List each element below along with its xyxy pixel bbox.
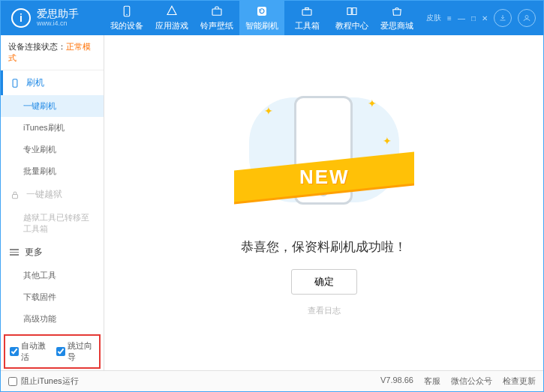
view-log-link[interactable]: 查看日志 [308, 305, 341, 316]
sidebar-more-header[interactable]: 更多 [1, 240, 104, 265]
nav-smart-flash[interactable]: 智能刷机 [239, 1, 284, 35]
briefcase-icon [210, 4, 224, 18]
svg-point-6 [525, 16, 528, 19]
ok-button[interactable]: 确定 [291, 269, 357, 295]
auto-activate-checkbox[interactable]: 自动激活 [10, 340, 49, 363]
svg-rect-8 [13, 194, 18, 198]
brand-url: www.i4.cn [37, 20, 79, 28]
refresh-icon [255, 4, 269, 18]
statusbar: 阻止iTunes运行 V7.98.66 客服 微信公众号 检查更新 [1, 370, 543, 391]
sidebar-item-batch[interactable]: 批量刷机 [1, 160, 104, 182]
sidebar-item-itunes[interactable]: iTunes刷机 [1, 117, 104, 139]
top-nav: 我的设备 应用游戏 铃声壁纸 智能刷机 工具箱 教程中心 [104, 1, 426, 35]
store-icon [390, 4, 404, 18]
check-update-link[interactable]: 检查更新 [503, 376, 536, 387]
book-icon [345, 4, 359, 18]
success-illustration: ✦ ✦ ✦ NEW [242, 90, 407, 225]
lock-icon [10, 190, 20, 200]
sidebar-item-oneclick[interactable]: 一键刷机 [1, 95, 104, 117]
logo-icon: i [11, 8, 31, 28]
sidebar-item-advanced[interactable]: 高级功能 [1, 308, 104, 330]
sidebar: 设备连接状态：正常模式 刷机 一键刷机 iTunes刷机 专业刷机 批量刷机 一… [1, 35, 104, 370]
success-message: 恭喜您，保资料刷机成功啦！ [241, 238, 407, 256]
logo: i 爱思助手 www.i4.cn [1, 8, 104, 28]
apps-icon [165, 4, 179, 18]
close-button[interactable]: ✕ [482, 14, 488, 22]
nav-ringtones[interactable]: 铃声壁纸 [194, 1, 239, 35]
main-content: ✦ ✦ ✦ NEW 恭喜您，保资料刷机成功啦！ 确定 查看日志 [104, 35, 543, 370]
svg-point-1 [126, 14, 128, 16]
nav-tutorials[interactable]: 教程中心 [329, 1, 374, 35]
maximize-button[interactable]: □ [471, 14, 476, 22]
user-icon[interactable] [518, 9, 536, 27]
sidebar-item-download-fw[interactable]: 下载固件 [1, 286, 104, 308]
options-box: 自动激活 跳过向导 [4, 334, 101, 369]
app-window: i 爱思助手 www.i4.cn 我的设备 应用游戏 铃声壁纸 智能刷机 [0, 0, 544, 392]
nav-my-device[interactable]: 我的设备 [104, 1, 149, 35]
titlebar: i 爱思助手 www.i4.cn 我的设备 应用游戏 铃声壁纸 智能刷机 [1, 1, 543, 35]
phone-icon [120, 4, 134, 18]
minimize-button[interactable]: — [458, 14, 465, 22]
sidebar-item-pro[interactable]: 专业刷机 [1, 139, 104, 160]
sidebar-flash-header[interactable]: 刷机 [1, 70, 104, 95]
support-link[interactable]: 客服 [424, 376, 440, 387]
block-itunes-checkbox[interactable]: 阻止iTunes运行 [8, 376, 79, 387]
sidebar-item-other-tools[interactable]: 其他工具 [1, 265, 104, 286]
svg-rect-3 [257, 7, 266, 16]
brand-name: 爱思助手 [37, 8, 79, 19]
wechat-link[interactable]: 微信公众号 [451, 376, 492, 387]
svg-rect-7 [13, 79, 17, 87]
toolbox-icon [300, 4, 314, 18]
sidebar-jailbreak-notice: 越狱工具已转移至工具箱 [1, 207, 104, 240]
svg-rect-2 [212, 9, 221, 15]
skip-setup-checkbox[interactable]: 跳过向导 [56, 340, 95, 363]
sidebar-jailbreak-header: 一键越狱 [1, 182, 104, 207]
nav-store[interactable]: 爱思商城 [374, 1, 419, 35]
svg-rect-4 [302, 10, 311, 16]
download-icon[interactable] [494, 9, 512, 27]
window-controls: 皮肤 ≡ — □ ✕ [426, 9, 543, 27]
connection-status: 设备连接状态：正常模式 [1, 35, 104, 70]
menu-icon [10, 249, 19, 256]
skin-button[interactable]: 皮肤 [426, 13, 441, 23]
nav-toolbox[interactable]: 工具箱 [284, 1, 329, 35]
svg-rect-5 [305, 8, 309, 10]
version-label: V7.98.66 [380, 376, 413, 387]
menu-button[interactable]: ≡ [447, 14, 452, 22]
phone-icon [10, 78, 20, 88]
nav-apps[interactable]: 应用游戏 [149, 1, 194, 35]
